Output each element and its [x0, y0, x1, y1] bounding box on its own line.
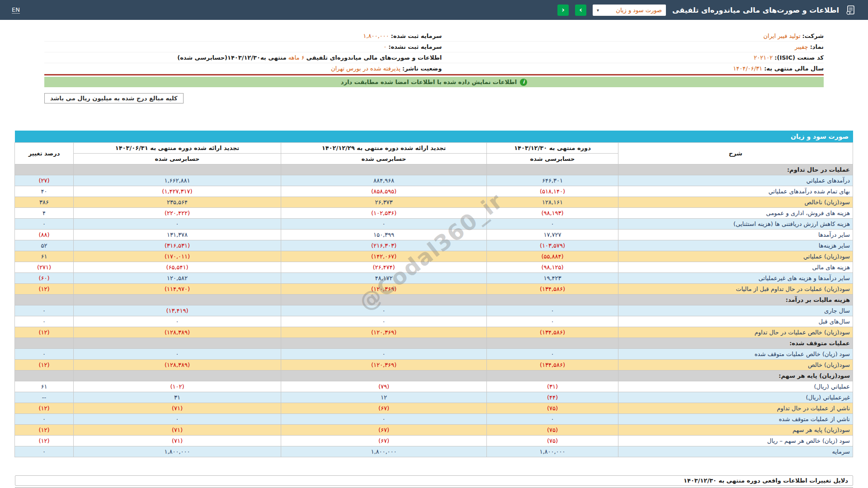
col-header-description: شرح: [618, 143, 853, 164]
col-header-period-prior-fy: تجدید ارائه شده دوره منتهی به ۱۴۰۳/۰۶/۳۱: [74, 143, 281, 154]
info-label: وضعیت ناشر:: [402, 65, 442, 72]
row-label: سود(زیان) خالص: [618, 360, 853, 371]
currency-unit-note: کلیه مبالغ درج شده به میلیون ریال می باش…: [44, 93, 184, 103]
statement-row: سود (زیان) خالص عملیات متوقف شده۰۰۰۰: [15, 349, 853, 360]
row-label: درآمدهای عملیاتي: [618, 175, 853, 186]
value-cell: ۸۸۴,۹۶۸: [281, 175, 487, 186]
empty-cell: [281, 338, 487, 349]
value-cell: ۱۵۰,۳۹۹: [281, 230, 487, 240]
company-info-row: وضعیت ناشر:پذیرفته شده در بورس تهران: [44, 63, 442, 74]
percent-cell: ۳۸۶: [15, 197, 74, 208]
percent-cell: ۶۱: [15, 251, 74, 262]
value-cell: (۶۷): [281, 425, 487, 436]
value-cell: (۱۳۴,۵۸۶): [487, 327, 618, 338]
value-cell: ۰: [74, 349, 281, 360]
value-cell: (۱۲۸,۳۸۹): [74, 360, 281, 371]
value-cell: (۵۵,۸۸۴): [487, 251, 618, 262]
percent-cell: ۰: [15, 219, 74, 230]
info-highlight: ۶ ماهه: [288, 54, 305, 61]
row-label: سود (زیان) خالص هر سهم – ریال: [618, 436, 853, 446]
company-info-grid: شرکت:تولید فیبر ایراننماد:چفیبرکد صنعت (…: [44, 31, 824, 74]
value-cell: (۱۲۰,۳۶۹): [281, 284, 487, 295]
info-label: سال مالی منتهی به:: [764, 65, 824, 72]
value-cell: ۰: [487, 349, 618, 360]
value-cell: (۱۳۴,۵۸۶): [487, 360, 618, 371]
empty-cell: [281, 371, 487, 381]
section-label: هزینه مالیات بر درآمد:: [618, 295, 853, 305]
income-statement-table: شرح دوره منتهی به ۱۴۰۳/۱۲/۳۰ تجدید ارائه…: [14, 142, 853, 457]
value-cell: (۱۱۴,۹۷۰): [74, 284, 281, 295]
value-cell: (۱۰۲): [74, 381, 281, 392]
row-label: عملیاتي (ریال): [618, 381, 853, 392]
empty-cell: [74, 295, 281, 305]
changes-reason-header: دلایل تغییرات اطلاعات واقعی دوره منتهی ب…: [15, 475, 853, 486]
value-cell: ۰: [487, 414, 618, 425]
section-row: سود(زیان) پایه هر سهم:: [15, 371, 853, 381]
info-value: پذیرفته شده در بورس تهران: [331, 65, 401, 72]
statement-row: هزینه کاهش ارزش دریافتنی ها (هزینه استثن…: [15, 219, 853, 230]
value-cell: (۲۲۰,۴۲۲): [74, 208, 281, 219]
info-label: نماد:: [810, 43, 824, 50]
info-label: سرمایه ثبت نشده:: [388, 43, 442, 50]
statement-row: عملیاتي (ریال)(۳۱)(۷۹)(۱۰۲)۶۱: [15, 381, 853, 392]
value-cell: (۷۵): [487, 425, 618, 436]
company-info-row: اطلاعات و صورت‌های مالی میاندوره‌ای تلفی…: [44, 52, 442, 63]
statement-row: سال جاری۰۰(۱۳,۴۱۹)۰: [15, 305, 853, 316]
statement-forward-button[interactable]: ›: [575, 5, 586, 16]
row-label: سود(زیان) عملیاتي: [618, 251, 853, 262]
section-row: عملیات متوقف شده:: [15, 338, 853, 349]
row-label: سال‌های قبل: [618, 316, 853, 327]
statement-title-bar: صورت سود و زیان: [15, 131, 853, 142]
value-cell: ۰: [281, 316, 487, 327]
empty-cell: [281, 295, 487, 305]
statement-row: سود(زیان) پایه هر سهم(۷۵)(۶۷)(۷۱)(۱۲): [15, 425, 853, 436]
percent-cell: (۸۸): [15, 230, 74, 240]
percent-cell: (۱۲): [15, 327, 74, 338]
language-toggle[interactable]: EN: [12, 6, 20, 14]
value-cell: ۱۹,۴۲۳: [487, 273, 618, 284]
percent-cell: (۲۷): [15, 175, 74, 186]
percent-cell: --: [15, 392, 74, 403]
value-cell: (۹۸,۱۲۵): [487, 262, 618, 273]
statement-row: ناشي از عملیات متوقف شده۰۰۰۰: [15, 414, 853, 425]
info-value: ۰: [383, 43, 387, 50]
value-cell: (۱۴۲,۰۶۷): [281, 251, 487, 262]
empty-cell: [74, 371, 281, 381]
value-cell: (۲۱۶,۳۰۳): [281, 240, 487, 251]
value-cell: (۸۵۸,۵۹۵): [281, 186, 487, 197]
row-label: سایر هزینه‌ها: [618, 240, 853, 251]
statement-row: سال‌های قبل۰۰۰۰: [15, 316, 853, 327]
section-row: عملیات در حال تداوم:: [15, 164, 853, 175]
percent-cell: (۱۲): [15, 436, 74, 446]
empty-cell: [74, 164, 281, 175]
statement-row: غیرعملیاتي (ریال)(۴۴)۱۲۳۱--: [15, 392, 853, 403]
value-cell: ۱۲: [281, 392, 487, 403]
statement-select[interactable]: صورت سود و زیان ▾: [593, 5, 666, 16]
info-suffix: منتهی به۱۴۰۳/۱۲/۳۰(حسابرسی شده): [177, 54, 286, 61]
statement-row: سایر هزینه‌ها(۱۰۳,۵۷۹)(۲۱۶,۳۰۳)(۳۱۶,۵۳۱)…: [15, 240, 853, 251]
col-header-change-percent: درصد تغییر: [15, 143, 74, 164]
value-cell: (۱۳۴,۵۸۶): [487, 284, 618, 295]
statement-body: عملیات در حال تداوم:درآمدهای عملیاتي۶۴۶,…: [15, 164, 853, 457]
top-navbar: اطلاعات و صورت‌های مالی میاندوره‌ای تلفی…: [0, 0, 868, 20]
statement-header: شرح دوره منتهی به ۱۴۰۳/۱۲/۳۰ تجدید ارائه…: [15, 143, 853, 164]
value-cell: (۷۱): [74, 403, 281, 414]
row-label: سود (زیان) خالص عملیات متوقف شده: [618, 349, 853, 360]
value-cell: ۰: [281, 349, 487, 360]
value-cell: ۴۸,۱۷۲: [281, 273, 487, 284]
statement-row: ناشي از عملیات در حال تداوم(۷۵)(۶۷)(۷۱)(…: [15, 403, 853, 414]
empty-cell: [487, 338, 618, 349]
info-label: کد صنعت (ISIC):: [774, 54, 824, 61]
section-label: عملیات در حال تداوم:: [618, 164, 853, 175]
statement-back-button[interactable]: ‹: [557, 5, 569, 16]
percent-cell: (۶۰): [15, 273, 74, 284]
value-cell: ۶۴۶,۳۰۱: [487, 175, 618, 186]
audited-label: حسابرسی شده: [74, 154, 281, 164]
percent-cell: (۱۲): [15, 403, 74, 414]
page-title: اطلاعات و صورت‌های مالی میاندوره‌ای تلفی…: [672, 6, 839, 14]
value-cell: (۳۱۶,۵۳۱): [74, 240, 281, 251]
value-cell: (۱۲۸,۳۸۹): [74, 327, 281, 338]
statement-row: هزینه های فروش، اداری و عمومی(۹۸,۱۹۳)(۱۰…: [15, 208, 853, 219]
value-cell: (۱۲۰,۳۶۹): [281, 327, 487, 338]
value-cell: ۰: [281, 305, 487, 316]
